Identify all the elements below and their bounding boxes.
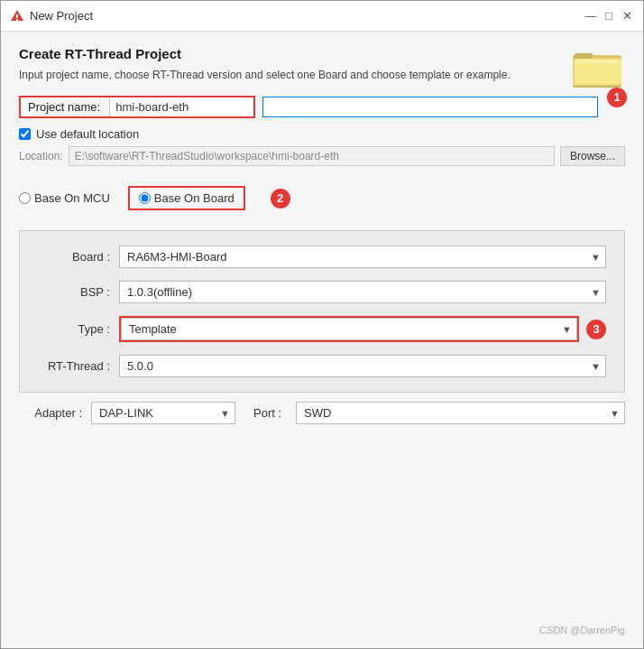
app-icon bbox=[10, 9, 24, 23]
title-bar: New Project — □ ✕ bbox=[1, 1, 643, 32]
board-label: Board : bbox=[38, 250, 110, 264]
dialog-content: Create RT-Thread Project Input project n… bbox=[1, 32, 643, 648]
board-select[interactable]: RA6M3-HMI-Board bbox=[119, 246, 606, 268]
location-input[interactable] bbox=[69, 146, 555, 166]
project-name-input[interactable] bbox=[109, 97, 253, 116]
badge-3: 3 bbox=[586, 320, 606, 339]
type-row: Type : Template ▼ 3 bbox=[38, 316, 606, 342]
radio-board-label[interactable]: Base On Board bbox=[154, 191, 235, 205]
board-section: Board : RA6M3-HMI-Board ▼ BSP : 1.0.3(of… bbox=[19, 230, 625, 393]
window-title: New Project bbox=[30, 9, 584, 23]
rtthread-select[interactable]: 5.0.0 bbox=[119, 355, 606, 377]
close-button[interactable]: ✕ bbox=[620, 9, 634, 23]
footer-text: CSDN @DarrenPig bbox=[539, 625, 625, 635]
description: Input project name, choose RT-Thread ver… bbox=[19, 67, 625, 83]
bsp-select[interactable]: 1.0.3(offline) bbox=[119, 281, 606, 303]
rtthread-row: RT-Thread : 5.0.0 ▼ bbox=[38, 355, 606, 377]
maximize-button[interactable]: □ bbox=[602, 9, 616, 23]
location-row: Location: Browse... bbox=[19, 146, 625, 166]
port-select-wrap: SWD ▼ bbox=[296, 402, 625, 424]
svg-rect-8 bbox=[576, 60, 618, 63]
bsp-select-wrap: 1.0.3(offline) ▼ bbox=[119, 281, 606, 303]
page-title: Create RT-Thread Project bbox=[19, 46, 625, 61]
port-select[interactable]: SWD bbox=[296, 402, 625, 424]
badge-2: 2 bbox=[271, 189, 290, 209]
radio-board[interactable]: Base On Board bbox=[128, 186, 245, 210]
adapter-row: Adapter : DAP-LINK ▼ Port : SWD ▼ bbox=[19, 402, 625, 424]
radio-mcu[interactable]: Base On MCU bbox=[19, 191, 110, 205]
window-controls: — □ ✕ bbox=[584, 9, 634, 23]
bsp-row: BSP : 1.0.3(offline) ▼ bbox=[38, 281, 606, 303]
use-default-location-label[interactable]: Use default location bbox=[36, 127, 139, 141]
board-row: Board : RA6M3-HMI-Board ▼ bbox=[38, 246, 606, 268]
board-select-wrap: RA6M3-HMI-Board ▼ bbox=[119, 246, 606, 268]
project-name-label: Project name: bbox=[21, 97, 104, 116]
bsp-label: BSP : bbox=[38, 285, 110, 299]
svg-rect-1 bbox=[16, 14, 18, 18]
project-name-full-input[interactable] bbox=[262, 97, 598, 117]
minimize-button[interactable]: — bbox=[584, 9, 598, 23]
dialog-new-project: New Project — □ ✕ Create RT-Thread Proje… bbox=[0, 0, 644, 649]
folder-icon bbox=[573, 46, 621, 90]
adapter-select-wrap: DAP-LINK ▼ bbox=[91, 402, 235, 424]
radio-row: Base On MCU Base On Board 2 bbox=[19, 181, 625, 216]
rtthread-label: RT-Thread : bbox=[38, 359, 110, 373]
use-default-location-row: Use default location bbox=[19, 127, 625, 141]
adapter-select[interactable]: DAP-LINK bbox=[91, 402, 235, 424]
location-label: Location: bbox=[19, 150, 63, 162]
type-select-wrap: Template ▼ bbox=[119, 316, 579, 342]
rtthread-select-wrap: 5.0.0 ▼ bbox=[119, 355, 606, 377]
badge-1: 1 bbox=[607, 88, 627, 107]
type-label: Type : bbox=[38, 322, 110, 336]
port-label: Port : bbox=[253, 406, 281, 420]
radio-mcu-label[interactable]: Base On MCU bbox=[34, 191, 110, 205]
use-default-location-checkbox[interactable] bbox=[19, 128, 31, 140]
type-select[interactable]: Template bbox=[121, 318, 577, 340]
svg-rect-2 bbox=[16, 19, 18, 21]
adapter-label: Adapter : bbox=[19, 406, 82, 420]
browse-button[interactable]: Browse... bbox=[560, 146, 625, 166]
